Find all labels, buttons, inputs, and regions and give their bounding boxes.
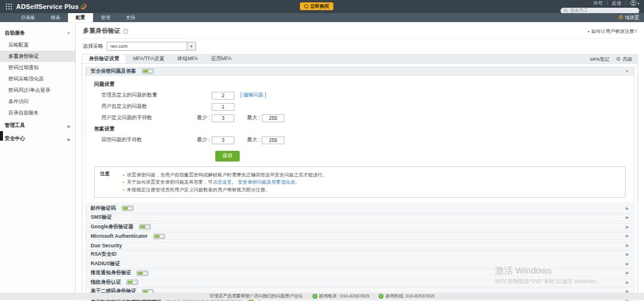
question-min-length-input[interactable] — [212, 114, 234, 122]
authenticators-panel: 安全保密问题及答案 ▼ 问题设置 管理员定义的问题的数量 [ 编辑问题 ] 用户… — [82, 64, 638, 301]
chevron-right-icon: ▶ — [626, 271, 629, 275]
tab-endpoint-mfa[interactable]: 终端MFA — [171, 55, 204, 63]
advanced-button[interactable]: ⚙ 高级 — [616, 56, 632, 63]
question-length-row: 用户定义问题的字符数 最少 : 最大 : — [101, 114, 626, 122]
qa-enforcer-link[interactable]: 安全保密问题及答案强化器。 — [238, 179, 300, 185]
authenticator-row-push[interactable]: 推送通知身份验证 ▶ — [85, 269, 634, 277]
bullet-icon: • — [123, 187, 125, 193]
email-otp-toggle[interactable] — [122, 206, 134, 211]
authenticator-row-rsa[interactable]: RSA安全ID ▶ — [85, 250, 634, 259]
chevron-right-icon: ▶ — [626, 225, 629, 229]
question-max-length-input[interactable] — [262, 114, 284, 122]
app-grid-icon[interactable] — [6, 4, 12, 10]
user-menu[interactable]: ▾ — [630, 0, 639, 6]
chevron-right-icon: ▶ — [626, 243, 629, 248]
authenticator-row-duo[interactable]: Duo Security ▶ — [85, 241, 634, 250]
tab-dashboard[interactable]: 仪表板 — [13, 13, 43, 22]
microsoft-auth-toggle[interactable] — [153, 234, 165, 239]
chevron-right-icon: ▶ — [626, 252, 629, 257]
edit-questions-link[interactable]: [ 编辑问题 ] — [240, 92, 266, 99]
chevron-right-icon: ▶ — [626, 234, 629, 238]
bullet-icon: • — [123, 172, 125, 178]
tab-admin[interactable]: 管理 — [93, 13, 118, 22]
sidebar-item-conditional-access[interactable]: 条件访问 — [0, 96, 75, 107]
security-qa-toggle[interactable] — [142, 69, 154, 74]
fingerprint-auth-toggle[interactable] — [126, 280, 138, 285]
app-logo: ADSelfService Plus — [16, 3, 79, 10]
sidebar-item-password-sync[interactable]: 密码同步/单点登录 — [0, 85, 75, 96]
save-button[interactable]: 保存 — [215, 151, 240, 162]
bullet-icon: • — [123, 179, 125, 185]
gear-icon: ⚙ — [618, 15, 623, 20]
logo-swoosh-icon — [80, 1, 86, 12]
authenticator-row-google[interactable]: Google身份验证器 ▶ — [85, 223, 634, 231]
tab-configuration[interactable]: 配置 — [68, 13, 93, 22]
authenticator-row-email[interactable]: 邮件验证码 ▶ — [85, 204, 634, 213]
footer-phone-2: 咨询热线: 010-82637815 — [385, 293, 435, 299]
buy-now-button[interactable]: 立即购买 — [300, 2, 333, 10]
sidebar-item-password-policy[interactable]: 密码策略强化器 — [0, 73, 75, 85]
domain-settings-button[interactable]: ⚙ 域设置 — [618, 13, 639, 22]
search-input[interactable] — [570, 8, 636, 13]
license-link[interactable]: 许可 — [593, 0, 603, 7]
sidebar-item-directory-self-service[interactable]: 目录自助服务 — [0, 107, 75, 119]
footer-help-text[interactable]: 管理该产品需要帮助? 访问我们的问题用户论坛 — [209, 293, 302, 299]
sidebar-item-policy-config[interactable]: 策略配置 — [0, 39, 75, 51]
answer-min-length-input[interactable] — [212, 136, 234, 144]
force-enroll-help-link[interactable]: 如何让用户被迫注册? — [588, 28, 637, 35]
google-auth-toggle[interactable] — [139, 224, 151, 229]
gear-icon: ⚙ — [616, 56, 621, 62]
admin-questions-count-input[interactable] — [212, 92, 234, 100]
click-here-link[interactable]: 点击这里 — [213, 179, 232, 185]
sidebar-section-security-center[interactable]: 安全中心 ▶ — [0, 133, 75, 145]
side-panel-handle[interactable] — [0, 131, 3, 141]
tab-mfa-tfa-settings[interactable]: MFA/TFA设置 — [126, 55, 171, 63]
select-arrow-icon: ▼ — [187, 42, 196, 50]
employee-search[interactable] — [561, 8, 639, 14]
phone-icon — [312, 294, 317, 299]
mfa-tabs: 身份验证设置 MFA/TFA设置 终端MFA 应用MFA MFA笔记 ⚙ 高级 — [82, 54, 638, 64]
user-questions-count-input[interactable] — [212, 103, 234, 111]
topbar-right: 许可 反馈 ▾ — [561, 0, 639, 15]
authenticator-row-radius[interactable]: RADIUS验证 ▶ — [85, 260, 634, 268]
feedback-link[interactable]: 反馈 — [612, 0, 621, 7]
admin-questions-row: 管理员定义的问题的数量 [ 编辑问题 ] — [101, 91, 626, 100]
chevron-right-icon: ▶ — [626, 262, 629, 266]
authenticator-row-microsoft[interactable]: Microsoft Authenticator ▶ — [85, 232, 634, 240]
footer: 管理该产品需要帮助? 访问我们的问题用户论坛 咨询电话 : 010-826378… — [0, 293, 644, 300]
main-content: 多重身份验证 如何让用户被迫注册? 选择策略 ren.com ▼ 身份验证设置 … — [76, 23, 644, 301]
sidebar-section-admin-tools[interactable]: 管理工具 ▶ — [0, 120, 75, 132]
footer-phone-1: 咨询电话 : 010-82637815 — [319, 293, 370, 299]
top-bar: ADSelfService Plus 立即购买 许可 反馈 ▾ — [0, 0, 644, 13]
security-qa-body: 问题设置 管理员定义的问题的数量 [ 编辑问题 ] 用户自定义的问题数 用户定义… — [85, 76, 634, 203]
answer-length-row: 回答问题的字符数 最少 : 最大 : — [101, 136, 626, 144]
tab-support[interactable]: 支持 — [118, 13, 143, 22]
help-icon[interactable] — [123, 29, 128, 34]
buy-icon — [304, 4, 308, 8]
policy-select[interactable]: ren.com ▼ — [107, 42, 196, 51]
sidebar-item-password-expiry[interactable]: 密码过期通知 — [0, 62, 75, 73]
answer-max-length-input[interactable] — [262, 136, 284, 144]
page-title: 多重身份验证 — [83, 27, 128, 35]
search-icon — [564, 8, 568, 13]
caret-down-icon: ▾ — [637, 1, 639, 5]
sidebar-section-self-service[interactable]: 自助服务 ▼ — [0, 27, 75, 39]
authenticator-row-fingerprint[interactable]: 指纹身份认证 ▶ — [85, 278, 634, 287]
answer-settings-heading: 答案设置 — [94, 126, 626, 133]
sidebar-item-mfa[interactable]: 多重身份验证 — [0, 51, 75, 62]
phone-icon — [379, 294, 383, 299]
chevron-down-icon: ▼ — [625, 69, 629, 73]
user-icon — [630, 0, 636, 6]
note-box: 注意 •设置保密问题，当用户自助重置密码或解锁账户时需要先正确回答这些安全问题之… — [94, 166, 626, 198]
tab-reports[interactable]: 报表 — [43, 13, 68, 22]
sidebar: 自助服务 ▼ 策略配置 多重身份验证 密码过期通知 密码策略强化器 密码同步/单… — [0, 23, 76, 301]
policy-select-label: 选择策略 — [83, 43, 103, 50]
mfa-note-link[interactable]: MFA笔记 — [590, 56, 609, 63]
question-settings-heading: 问题设置 — [94, 81, 626, 88]
push-auth-toggle[interactable] — [137, 271, 148, 276]
chevron-right-icon: ▶ — [626, 206, 629, 211]
authenticator-row-sms[interactable]: SMS验证 ▶ — [85, 213, 634, 222]
tab-authenticators-setup[interactable]: 身份验证设置 — [82, 55, 126, 63]
tab-application-mfa[interactable]: 应用MFA — [205, 55, 238, 63]
security-qa-section-header[interactable]: 安全保密问题及答案 ▼ — [85, 67, 634, 76]
